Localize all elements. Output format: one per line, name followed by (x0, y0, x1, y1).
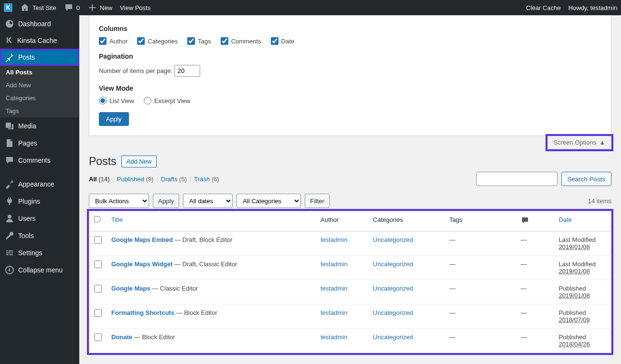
tags-value: — (449, 285, 455, 292)
comment-icon (521, 216, 529, 225)
sidebar-item-dashboard[interactable]: Dashboard (0, 15, 79, 32)
date-value: 2019/01/08 (559, 292, 590, 299)
bulk-apply-button[interactable]: Apply (153, 194, 179, 208)
column-toggle-date[interactable]: Date (271, 37, 294, 45)
category-link[interactable]: Uncategorized (373, 285, 413, 292)
row-checkbox[interactable] (94, 285, 102, 292)
kinsta-icon: K (5, 36, 13, 45)
comments-link[interactable]: 0 (64, 3, 80, 12)
view-mode-heading: View Mode (99, 84, 601, 92)
table-row: Google Maps Embed — Draft, Block Editor … (89, 231, 611, 256)
add-new-button[interactable]: Add New (121, 156, 157, 167)
row-checkbox[interactable] (94, 333, 102, 341)
post-title-link[interactable]: Google Maps Widget (111, 260, 172, 268)
filter-published[interactable]: Published (9) (117, 176, 154, 183)
comment-count: 0 (76, 4, 80, 11)
sidebar-item-users[interactable]: Users (0, 210, 79, 227)
sidebar-sub-tags[interactable]: Tags (0, 104, 79, 117)
post-state: — Draft, Block Editor (173, 236, 233, 243)
per-page-input[interactable] (174, 65, 200, 77)
sidebar-item-plugins[interactable]: Plugins (0, 193, 79, 210)
comment-icon (5, 156, 14, 165)
date-value: 2019/01/08 (559, 268, 590, 275)
col-header-categories: Categories (368, 211, 445, 231)
date-status: Last Modified (559, 236, 606, 243)
column-toggle-categories[interactable]: Categories (137, 37, 178, 45)
sidebar-item-kinsta-cache[interactable]: K Kinsta Cache (0, 32, 79, 49)
search-input[interactable] (476, 172, 557, 186)
author-link[interactable]: testadmin (321, 285, 347, 292)
col-header-author: Author (316, 211, 368, 231)
row-checkbox[interactable] (94, 260, 102, 268)
table-row: Donate — Block Editor testadmin Uncatego… (89, 329, 611, 353)
sidebar-item-comments[interactable]: Comments (0, 152, 79, 169)
sidebar-item-tools[interactable]: Tools (0, 227, 79, 244)
column-toggle-author[interactable]: Author (99, 37, 128, 45)
site-home-link[interactable]: Test Site (20, 3, 56, 12)
collapse-icon (5, 265, 14, 275)
select-all-checkbox[interactable] (94, 216, 100, 222)
category-link[interactable]: Uncategorized (373, 236, 413, 243)
appearance-icon (5, 179, 14, 189)
columns-heading: Columns (99, 25, 601, 32)
post-title-link[interactable]: Google Maps Embed (111, 236, 173, 243)
sidebar-sub-categories[interactable]: Categories (0, 92, 79, 104)
date-status: Last Modified (559, 260, 606, 268)
row-checkbox[interactable] (94, 236, 102, 244)
per-page-label: Number of items per page: (99, 67, 172, 74)
new-content-link[interactable]: New (87, 3, 112, 12)
post-title-link[interactable]: Google Maps (111, 285, 150, 292)
admin-sidebar: Dashboard K Kinsta Cache Posts All Posts… (0, 15, 79, 364)
comment-icon (64, 3, 74, 12)
category-filter-select[interactable]: All Categories (236, 194, 301, 208)
pages-icon (5, 138, 14, 148)
post-title-link[interactable]: Formatting Shortcuts (111, 309, 174, 316)
search-posts-button[interactable]: Search Posts (561, 172, 611, 186)
sidebar-item-pages[interactable]: Pages (0, 135, 79, 152)
clear-cache-link[interactable]: Clear Cache (526, 4, 560, 11)
sidebar-sub-all-posts[interactable]: All Posts (0, 66, 79, 79)
filter-trash[interactable]: Trash (6) (194, 176, 219, 183)
sidebar-item-posts[interactable]: Posts (0, 49, 79, 66)
post-title-link[interactable]: Donate (111, 333, 132, 341)
plugins-icon (5, 197, 14, 206)
screen-options-apply-button[interactable]: Apply (99, 112, 129, 126)
view-mode-excerpt[interactable]: Excerpt View (144, 97, 191, 104)
home-icon (20, 3, 30, 12)
settings-icon (5, 248, 14, 258)
row-checkbox[interactable] (94, 309, 102, 317)
category-link[interactable]: Uncategorized (373, 309, 413, 316)
author-link[interactable]: testadmin (321, 260, 347, 268)
filter-button[interactable]: Filter (305, 194, 330, 208)
col-header-title[interactable]: Title (111, 216, 123, 223)
sidebar-item-settings[interactable]: Settings (0, 244, 79, 261)
view-mode-list[interactable]: List View (99, 97, 134, 104)
sidebar-item-appearance[interactable]: Appearance (0, 176, 79, 193)
site-name: Test Site (32, 4, 56, 11)
date-filter-select[interactable]: All dates (183, 194, 233, 208)
sidebar-sub-add-new[interactable]: Add New (0, 79, 79, 92)
sidebar-item-media[interactable]: Media (0, 117, 79, 135)
view-posts-link[interactable]: View Posts (120, 4, 150, 11)
filter-all[interactable]: All (14) (89, 176, 109, 183)
col-header-comments[interactable] (516, 211, 554, 231)
tags-value: — (449, 309, 455, 316)
howdy-link[interactable]: Howdy, testadmin (568, 4, 617, 11)
screen-options-tab[interactable]: Screen Options ▲ (547, 136, 611, 149)
users-icon (5, 214, 14, 223)
post-state: — Block Editor (132, 333, 175, 341)
col-header-date[interactable]: Date (559, 216, 572, 223)
sidebar-collapse[interactable]: Collapse menu (0, 261, 79, 279)
author-link[interactable]: testadmin (321, 309, 347, 316)
kinsta-logo[interactable]: K (4, 3, 12, 12)
page-title: Posts (89, 155, 117, 168)
column-toggle-comments[interactable]: Comments (221, 37, 261, 45)
column-toggle-tags[interactable]: Tags (187, 37, 211, 45)
author-link[interactable]: testadmin (321, 333, 347, 341)
filter-drafts[interactable]: Drafts (5) (161, 176, 187, 183)
category-link[interactable]: Uncategorized (373, 333, 413, 341)
screen-options-panel: Columns Author Categories Tags Comments … (89, 15, 611, 136)
bulk-actions-select[interactable]: Bulk Actions (89, 194, 149, 208)
category-link[interactable]: Uncategorized (373, 260, 413, 268)
author-link[interactable]: testadmin (321, 236, 347, 243)
